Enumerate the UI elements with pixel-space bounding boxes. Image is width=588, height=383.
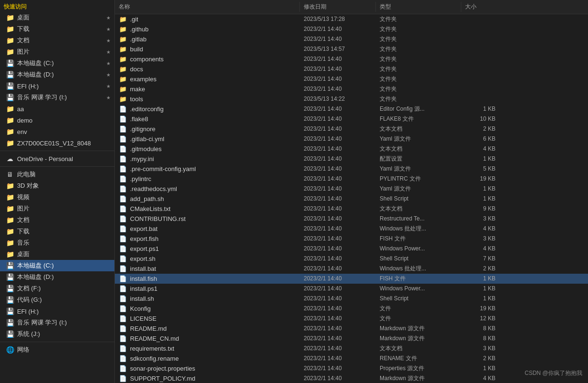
folder-icon: 📁 bbox=[6, 193, 14, 201]
file-size-cell: 12 KB bbox=[461, 315, 499, 322]
table-row[interactable]: 📄 install.fish 2023/2/1 14:40 FISH 文件 1 … bbox=[115, 274, 588, 284]
file-label: LICENSE bbox=[130, 315, 157, 322]
sidebar-item-onedrive[interactable]: ☁ OneDrive - Personal bbox=[0, 153, 114, 164]
file-icon: 📄 bbox=[119, 124, 127, 133]
table-row[interactable]: 📄 SUPPORT_POLICY.md 2023/2/1 14:40 Markd… bbox=[115, 373, 588, 383]
file-size-cell: 2 KB bbox=[461, 265, 499, 272]
sidebar-item-3dobjects[interactable]: 📁3D 对象 bbox=[0, 180, 114, 192]
table-row[interactable]: 📄 CONTRIBUTING.rst 2023/2/1 14:40 Restru… bbox=[115, 214, 588, 224]
table-row[interactable]: 📄 export.bat 2023/2/1 14:40 Windows 批处理.… bbox=[115, 224, 588, 234]
sidebar-item-documents-quick[interactable]: 📁文档★ bbox=[0, 35, 114, 46]
drive-icon: 💾 bbox=[6, 307, 14, 316]
folder-icon: 📁 bbox=[6, 116, 14, 124]
table-row[interactable]: 📄 .gitmodules 2023/2/1 14:40 文本文档 4 KB bbox=[115, 144, 588, 154]
file-type-cell: 文件夹 bbox=[376, 65, 461, 73]
sidebar-item-zx7d-quick[interactable]: 📁ZX7D00CE01S_V12_8048 bbox=[0, 137, 114, 149]
sidebar-onedrive-label: OneDrive - Personal bbox=[17, 155, 73, 163]
file-label: Kconfig bbox=[130, 305, 150, 312]
file-name-cell: 📁 examples bbox=[115, 75, 300, 83]
file-size-cell: 10 KB bbox=[461, 115, 499, 122]
table-row[interactable]: 📄 .readthedocs.yml 2023/2/1 14:40 Yaml 源… bbox=[115, 184, 588, 194]
file-name-cell: 📄 sdkconfig.rename bbox=[115, 354, 300, 363]
table-row[interactable]: 📄 README.md 2023/2/1 14:40 Markdown 源文件 … bbox=[115, 324, 588, 334]
sidebar-item-aa-quick[interactable]: 📁aa bbox=[0, 103, 114, 115]
file-icon: 📄 bbox=[119, 105, 127, 113]
table-row[interactable]: 📄 install.sh 2023/2/1 14:40 Shell Script… bbox=[115, 294, 588, 304]
table-row[interactable]: 📁 .github 2023/2/1 14:40 文件夹 bbox=[115, 24, 588, 34]
sidebar-item-code-g[interactable]: 💾代码 (G:) bbox=[0, 294, 114, 306]
table-row[interactable]: 📄 export.ps1 2023/2/1 14:40 Windows Powe… bbox=[115, 244, 588, 254]
file-icon: 📄 bbox=[119, 204, 127, 213]
table-row[interactable]: 📄 Kconfig 2023/2/1 14:40 文件 19 KB bbox=[115, 304, 588, 314]
table-row[interactable]: 📁 .git 2023/5/13 17:28 文件夹 bbox=[115, 14, 588, 24]
sidebar-item-downloads-quick[interactable]: 📁下载★ bbox=[0, 23, 114, 35]
sidebar-item-network[interactable]: 🌐 网络 bbox=[0, 344, 114, 355]
table-row[interactable]: 📁 .gitlab 2023/2/1 14:40 文件夹 bbox=[115, 34, 588, 44]
sidebar-item-desktop-pc[interactable]: 📁桌面 bbox=[0, 249, 114, 260]
file-icon: 📄 bbox=[119, 324, 127, 333]
col-header-size[interactable]: 大小 bbox=[461, 2, 499, 12]
sidebar-item-system-j[interactable]: 💾系统 (J:) bbox=[0, 328, 114, 340]
table-row[interactable]: 📁 components 2023/2/1 14:40 文件夹 bbox=[115, 54, 588, 64]
file-size-cell: 2 KB bbox=[461, 355, 499, 362]
sidebar-item-documents-f[interactable]: 💾文档 (F:) bbox=[0, 283, 114, 294]
file-type-cell: Markdown 源文件 bbox=[376, 374, 461, 383]
table-row[interactable]: 📄 .flake8 2023/2/1 14:40 FLAKE8 文件 10 KB bbox=[115, 114, 588, 124]
table-row[interactable]: 📄 sonar-project.properties 2023/2/1 14:4… bbox=[115, 364, 588, 373]
sidebar-item-pictures-quick[interactable]: 📁图片★ bbox=[0, 46, 114, 57]
sidebar-item-music-pc[interactable]: 📁音乐 bbox=[0, 237, 114, 249]
table-row[interactable]: 📄 sdkconfig.rename 2023/2/1 14:40 RENAME… bbox=[115, 354, 588, 364]
table-row[interactable]: 📄 install.ps1 2023/2/1 14:40 Windows Pow… bbox=[115, 284, 588, 294]
table-row[interactable]: 📄 .gitignore 2023/2/1 14:40 文本文档 2 KB bbox=[115, 124, 588, 134]
sidebar-item-videos[interactable]: 📁视频 bbox=[0, 192, 114, 203]
sidebar-item-demo-quick[interactable]: 📁demo bbox=[0, 115, 114, 126]
table-row[interactable]: 📁 make 2023/2/1 14:40 文件夹 bbox=[115, 84, 588, 94]
table-row[interactable]: 📄 .editorconfig 2023/2/1 14:40 Editor Co… bbox=[115, 104, 588, 114]
sidebar-item-local-c-pc[interactable]: 💾本地磁盘 (C:) bbox=[0, 260, 114, 271]
sidebar-item-documents-pc[interactable]: 📁文档 bbox=[0, 214, 114, 226]
file-date-cell: 2023/2/1 14:40 bbox=[300, 205, 376, 212]
table-row[interactable]: 📄 LICENSE 2023/2/1 14:40 文件 12 KB bbox=[115, 314, 588, 324]
table-row[interactable]: 📄 install.bat 2023/2/1 14:40 Windows 批处理… bbox=[115, 264, 588, 274]
file-icon: 📄 bbox=[119, 334, 127, 343]
col-header-name[interactable]: 名称 bbox=[115, 2, 300, 12]
sidebar-item-local-d-quick[interactable]: 💾本地磁盘 (D:)★ bbox=[0, 69, 114, 80]
file-list: 📁 .git 2023/5/13 17:28 文件夹 📁 .github 202… bbox=[115, 14, 588, 383]
file-label: install.sh bbox=[130, 295, 154, 302]
table-row[interactable]: 📁 examples 2023/2/1 14:40 文件夹 bbox=[115, 74, 588, 84]
table-row[interactable]: 📄 export.fish 2023/2/1 14:40 FISH 文件 3 K… bbox=[115, 234, 588, 244]
sidebar-item-music-i-quick[interactable]: 💾音乐 网课 学习 (I:)★ bbox=[0, 92, 114, 103]
table-row[interactable]: 📄 export.sh 2023/2/1 14:40 Shell Script … bbox=[115, 254, 588, 264]
table-row[interactable]: 📄 add_path.sh 2023/2/1 14:40 Shell Scrip… bbox=[115, 194, 588, 204]
file-icon: 📄 bbox=[119, 274, 127, 283]
folder-icon: 📁 bbox=[6, 250, 14, 259]
folder-icon: 📁 bbox=[119, 45, 127, 53]
file-size-cell: 8 KB bbox=[461, 325, 499, 332]
sidebar-item-thispc-header[interactable]: 🖥 此电脑 bbox=[0, 169, 114, 180]
file-name-cell: 📄 .pre-commit-config.yaml bbox=[115, 164, 300, 173]
table-row[interactable]: 📄 CMakeLists.txt 2023/2/1 14:40 文本文档 9 K… bbox=[115, 204, 588, 214]
col-header-date[interactable]: 修改日期 bbox=[300, 2, 376, 12]
file-type-cell: Windows Power... bbox=[376, 245, 461, 252]
table-row[interactable]: 📄 .mypy.ini 2023/2/1 14:40 配置设置 1 KB bbox=[115, 154, 588, 164]
sidebar-item-pictures-pc[interactable]: 📁图片 bbox=[0, 203, 114, 214]
table-row[interactable]: 📄 .pylintrc 2023/2/1 14:40 PYLINTRC 文件 1… bbox=[115, 174, 588, 184]
table-row[interactable]: 📁 docs 2023/2/1 14:40 文件夹 bbox=[115, 64, 588, 74]
sidebar-item-efi-h-quick[interactable]: 💾EFI (H:)★ bbox=[0, 80, 114, 92]
sidebar-item-music-i-pc[interactable]: 💾音乐 网课 学习 (I:) bbox=[0, 317, 114, 328]
sidebar-item-env-quick[interactable]: 📁env bbox=[0, 126, 114, 137]
sidebar-item-desktop-quick[interactable]: 📁桌面★ bbox=[0, 12, 114, 23]
table-row[interactable]: 📄 .gitlab-ci.yml 2023/2/1 14:40 Yaml 源文件… bbox=[115, 134, 588, 144]
table-row[interactable]: 📄 requirements.txt 2023/2/1 14:40 文本文档 3… bbox=[115, 344, 588, 354]
watermark: CSDN @你疯了抱抱我 bbox=[524, 369, 582, 377]
file-label: CONTRIBUTING.rst bbox=[130, 215, 186, 222]
table-row[interactable]: 📄 .pre-commit-config.yaml 2023/2/1 14:40… bbox=[115, 164, 588, 174]
col-header-type[interactable]: 类型 bbox=[376, 2, 461, 12]
table-row[interactable]: 📄 README_CN.md 2023/2/1 14:40 Markdown 源… bbox=[115, 334, 588, 344]
table-row[interactable]: 📁 build 2023/5/13 14:57 文件夹 bbox=[115, 44, 588, 54]
sidebar-item-local-c-quick[interactable]: 💾本地磁盘 (C:)★ bbox=[0, 57, 114, 69]
sidebar-item-efi-h-pc[interactable]: 💾EFI (H:) bbox=[0, 306, 114, 317]
sidebar-item-local-d-pc[interactable]: 💾本地磁盘 (D:) bbox=[0, 271, 114, 283]
table-row[interactable]: 📁 tools 2023/5/13 14:22 文件夹 bbox=[115, 94, 588, 104]
sidebar-item-downloads-pc[interactable]: 📁下载 bbox=[0, 226, 114, 237]
